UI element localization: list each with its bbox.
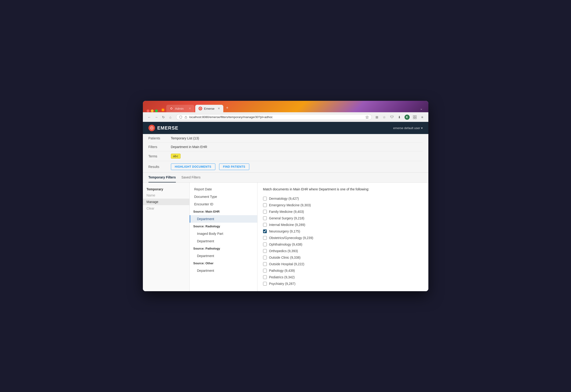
checkbox-emergency-medicine[interactable]: [263, 203, 267, 207]
checkbox-outside-clinic[interactable]: [263, 256, 267, 259]
list-item[interactable]: Outside Clinic (9,338): [263, 255, 423, 260]
list-item[interactable]: Dermatology (9,427): [263, 196, 423, 201]
sidebar-section-title: Temporary: [143, 186, 189, 192]
terms-label: Terms: [148, 154, 167, 158]
tab-saved-filters[interactable]: Saved Filters: [182, 173, 201, 182]
dept-label-internal-medicine: Internal Medicine (9,289): [269, 223, 305, 227]
tree-item-dept-pathology[interactable]: Department: [190, 252, 257, 260]
highlight-documents-button[interactable]: HIGHLIGHT DOCUMENTS: [171, 163, 215, 170]
address-box: localhost:8080/emerse/filters/temporary/…: [176, 114, 372, 120]
menu-icon[interactable]: ≡: [420, 115, 425, 119]
address-text[interactable]: localhost:8080/emerse/filters/temporary/…: [189, 115, 364, 119]
home-button[interactable]: ⌂: [168, 114, 173, 120]
tree-item-imaged-body-part[interactable]: Imaged Body Part: [190, 230, 257, 237]
svg-point-3: [200, 108, 201, 109]
dept-label-pediatrics: Pediatrics (9,342): [269, 275, 295, 279]
tab-emerse[interactable]: Emerse ✕: [195, 105, 223, 112]
checkbox-pediatrics[interactable]: [263, 275, 267, 279]
checkbox-orthopedics[interactable]: [263, 249, 267, 253]
reload-button[interactable]: ↻: [161, 114, 166, 120]
shield-icon: [179, 116, 182, 119]
download-icon[interactable]: ⬇: [397, 115, 402, 119]
terms-row: Terms abc: [148, 151, 423, 161]
minimize-traffic-light[interactable]: [151, 109, 154, 112]
tree-item-report-date[interactable]: Report Date: [190, 186, 257, 193]
tree-section-pathology: Source: Pathology: [190, 245, 257, 252]
checkbox-outside-hospital[interactable]: [263, 262, 267, 266]
lock-icon: [184, 116, 187, 119]
emerse-tab-close[interactable]: ✕: [218, 107, 220, 110]
tabs-more-button[interactable]: ⌄: [418, 105, 425, 112]
close-traffic-light[interactable]: [147, 109, 149, 112]
dept-label-emergency-medicine: Emergency Medicine (9,303): [269, 203, 311, 207]
tree-item-dept-radiology[interactable]: Department: [190, 237, 257, 245]
list-item[interactable]: Family Medicine (9,403): [263, 209, 423, 215]
checkbox-ophthalmology[interactable]: [263, 243, 267, 246]
checkbox-general-surgery[interactable]: [263, 216, 267, 220]
list-item[interactable]: Orthopedics (9,393): [263, 248, 423, 254]
checkbox-pathology[interactable]: [263, 269, 267, 273]
forward-button[interactable]: →: [154, 114, 159, 120]
app-header: EMERSE emerse default user ▾: [143, 122, 428, 134]
bookmark-icon[interactable]: ☆: [382, 115, 387, 119]
list-item[interactable]: General Surgery (9,218): [263, 215, 423, 221]
list-item[interactable]: Pediatrics (9,342): [263, 274, 423, 280]
emerse-tab-icon: [199, 107, 202, 110]
dept-label-dermatology: Dermatology (9,427): [269, 197, 299, 201]
grid-icon[interactable]: ⊞: [375, 115, 379, 119]
sidebar-item-name[interactable]: Name: [143, 192, 189, 199]
tree-section-radiology: Source: Radiology: [190, 223, 257, 230]
tree-item-document-type[interactable]: Document Type: [190, 193, 257, 201]
filter-bar: Patients Temporary List (13) Filters Dep…: [143, 134, 428, 173]
list-item[interactable]: Ophthalmology (9,438): [263, 242, 423, 247]
dept-label-pathology: Pathology (9,439): [269, 269, 295, 273]
list-item[interactable]: Neurosurgery (9,175): [263, 229, 423, 234]
svg-marker-5: [366, 116, 369, 118]
checkbox-family-medicine[interactable]: [263, 210, 267, 214]
checkbox-ob-gyn[interactable]: [263, 236, 267, 240]
dept-label-neurosurgery: Neurosurgery (9,175): [269, 230, 300, 233]
tree-item-encounter-id[interactable]: Encounter ID: [190, 201, 257, 208]
list-item[interactable]: Obstetrics/Gynecology (9,239): [263, 235, 423, 241]
maximize-traffic-light[interactable]: [155, 109, 158, 112]
sidebar-item-clear[interactable]: Clear: [143, 205, 189, 212]
extensions-icon[interactable]: [413, 115, 417, 119]
svg-rect-9: [415, 117, 416, 119]
dept-label-psychiatry: Psychiatry (9,287): [269, 282, 296, 286]
dept-label-general-surgery: General Surgery (9,218): [269, 216, 304, 220]
user-avatar[interactable]: K: [404, 115, 410, 120]
back-button[interactable]: ←: [147, 114, 152, 120]
checkbox-neurosurgery[interactable]: [263, 230, 267, 233]
sidebar-item-manage[interactable]: Manage: [143, 199, 189, 205]
filters-value: Department in Main EHR: [171, 145, 207, 149]
new-tab-button[interactable]: +: [224, 104, 230, 112]
tab-temporary-filters[interactable]: Temporary Filters: [148, 173, 176, 182]
checkbox-dermatology[interactable]: [263, 197, 267, 201]
app-logo: EMERSE: [148, 125, 178, 131]
svg-point-2: [171, 108, 172, 109]
tab-admin[interactable]: Admin ✕: [166, 105, 194, 112]
dept-label-ophthalmology: Ophthalmology (9,438): [269, 243, 302, 246]
traffic-lights: [147, 109, 158, 112]
tree-item-dept-other[interactable]: Department: [190, 267, 257, 274]
tree-section-main-ehr: Source: Main EHR: [190, 208, 257, 215]
user-menu[interactable]: emerse default user ▾: [393, 126, 423, 130]
list-item[interactable]: Psychiatry (9,287): [263, 281, 423, 287]
patients-label: Patients: [148, 136, 167, 140]
checkbox-psychiatry[interactable]: [263, 282, 267, 286]
find-patients-button[interactable]: FIND PATIENTS: [219, 163, 249, 170]
checkbox-internal-medicine[interactable]: [263, 223, 267, 227]
user-label: emerse default user: [393, 126, 420, 130]
list-item[interactable]: Pathology (9,439): [263, 268, 423, 274]
list-item[interactable]: Outside Hospital (9,222): [263, 261, 423, 267]
svg-rect-4: [185, 117, 187, 118]
list-item[interactable]: Emergency Medicine (9,303): [263, 202, 423, 208]
admin-tab-close[interactable]: ✕: [189, 107, 191, 110]
content-title: Match documents in Main EHR where Depart…: [263, 187, 423, 191]
list-item[interactable]: Internal Medicine (9,289): [263, 222, 423, 228]
logo-text: EMERSE: [157, 125, 178, 131]
pocket-icon[interactable]: [389, 115, 394, 119]
tree-item-dept-main[interactable]: Department: [190, 215, 257, 223]
dept-label-outside-hospital: Outside Hospital (9,222): [269, 262, 304, 266]
star-icon[interactable]: [365, 116, 369, 119]
